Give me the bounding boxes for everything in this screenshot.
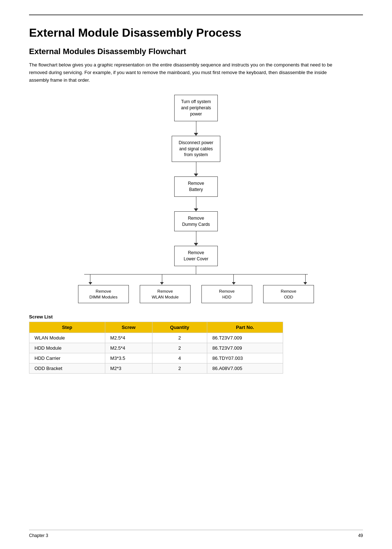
page-title: External Module Disassembly Process <box>29 26 363 40</box>
table-row: ODD BracketM2*3286.A08V7.005 <box>29 363 283 374</box>
flowchart: Turn off systemand peripheralspower Disc… <box>29 95 363 303</box>
branch-box-3: RemoveHDD <box>201 285 252 303</box>
top-border <box>29 15 363 15</box>
table-row: HDD ModuleM2.5*4286.T23V7.009 <box>29 343 283 353</box>
branch-connector <box>58 266 334 285</box>
col-header-quantity: Quantity <box>152 322 207 333</box>
flowchart-step1: Turn off systemand peripheralspower <box>174 95 218 121</box>
footer-page: 49 <box>358 533 363 538</box>
flowchart-step4: RemoveDummy Cards <box>174 211 218 232</box>
footer-chapter: Chapter 3 <box>29 533 48 538</box>
flowchart-step5: RemoveLower Cover <box>174 246 218 266</box>
screw-list-section: Screw List Step Screw Quantity Part No. … <box>29 314 283 374</box>
arrow-4 <box>194 231 198 246</box>
intro-text: The flowchart below gives you a graphic … <box>29 61 341 84</box>
col-header-screw: Screw <box>105 322 152 333</box>
col-header-partno: Part No. <box>207 322 283 333</box>
branch-box-4: RemoveODD <box>263 285 314 303</box>
branch-box-1: RemoveDIMM Modules <box>78 285 129 303</box>
branch-box-2: RemoveWLAN Module <box>140 285 191 303</box>
table-row: WLAN ModuleM2.5*4286.T23V7.009 <box>29 333 283 343</box>
branch-boxes: RemoveDIMM Modules RemoveWLAN Module Rem… <box>58 285 334 303</box>
flowchart-step3: RemoveBattery <box>174 176 218 197</box>
arrow-2 <box>194 162 198 176</box>
arrow-3 <box>194 197 198 211</box>
screw-list-title: Screw List <box>29 314 283 320</box>
col-header-step: Step <box>29 322 105 333</box>
footer: Chapter 3 49 <box>29 530 363 538</box>
screw-table: Step Screw Quantity Part No. WLAN Module… <box>29 322 283 374</box>
flowchart-step2: Disconnect powerand signal cablesfrom sy… <box>172 136 220 162</box>
table-row: HDD CarrierM3*3.5486.TDY07.003 <box>29 353 283 363</box>
arrow-1 <box>194 121 198 136</box>
section-title: External Modules Disassembly Flowchart <box>29 47 363 56</box>
